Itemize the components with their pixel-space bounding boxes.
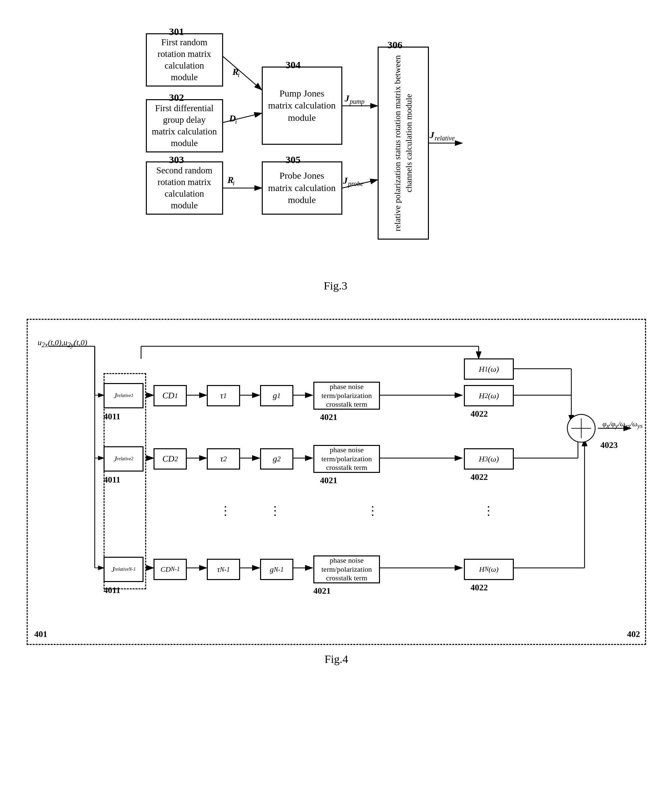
module-306: relative polarization status rotation ma… [378, 47, 429, 240]
svg-text:i: i [238, 71, 240, 78]
svg-text:probe: probe [347, 180, 363, 188]
label-4021a: 4021 [320, 412, 337, 422]
label-401: 401 [34, 629, 47, 639]
label-4022c: 4022 [470, 583, 488, 593]
label-302: 302 [169, 92, 184, 103]
module-305: Probe Jones matrix calculation module [262, 161, 342, 215]
svg-point-51 [567, 414, 595, 442]
fig4-container: ⋮ ⋮ ⋮ ⋮ u2x(t,0),u2y(t,0) [27, 319, 646, 666]
label-4023: 4023 [600, 440, 618, 450]
fig4-tau2: τ2 [207, 448, 240, 470]
svg-text:⋮: ⋮ [367, 504, 379, 518]
fig4-pnN1: phase noise term/polarization crosstalk … [313, 555, 380, 583]
svg-text:i: i [233, 179, 235, 187]
label-304: 304 [286, 59, 301, 71]
fig4-h2: H2(ω) [464, 385, 514, 406]
label-4021b: 4021 [320, 476, 337, 486]
label-4011a: 4011 [104, 412, 121, 421]
fig4-jrelative2: Jrelative2 [104, 446, 143, 472]
module-302: First differential group delay matrix ca… [146, 99, 223, 153]
module-303: Second random rotation matrix calculatio… [146, 161, 223, 215]
fig4-g2: g2 [260, 448, 293, 470]
fig4-gN1: gN-1 [260, 559, 293, 580]
label-4022b: 4022 [470, 472, 488, 482]
svg-text:R: R [227, 175, 234, 185]
label-4011c: 4011 [104, 585, 121, 595]
svg-text:pump: pump [349, 98, 364, 105]
label-305: 305 [286, 154, 301, 165]
fig4-cd1: CD1 [153, 385, 187, 406]
svg-line-1 [223, 56, 262, 90]
label-4021c: 4021 [313, 586, 331, 596]
fig3-diagram: R i D i R i J pump J probe [136, 20, 535, 273]
fig4-caption: Fig.4 [27, 653, 646, 666]
fig4-tauN1: τN-1 [207, 559, 240, 580]
label-4022a: 4022 [470, 409, 488, 419]
fig4-output-label: φx/φy/ωxs/ωys [603, 420, 643, 430]
fig4-jrelative1: Jrelative1 [104, 383, 143, 408]
module-301: First random rotation matrix calculation… [146, 33, 223, 87]
fig4-cdN1: CDN-1 [153, 559, 187, 580]
fig4-h1: H1(ω) [464, 358, 514, 380]
svg-text:⋮: ⋮ [482, 504, 494, 518]
svg-text:⋮: ⋮ [220, 504, 232, 518]
fig4-h3: H3(ω) [464, 448, 514, 470]
fig4-g1: g1 [260, 385, 293, 406]
svg-text:J: J [344, 93, 350, 104]
fig4-input-label: u2x(t,0),u2y(t,0) [37, 338, 87, 349]
svg-text:J: J [429, 130, 434, 140]
fig4-tau1: τ1 [207, 385, 240, 406]
fig4-jrelativeN1: JrelativeN-1 [104, 557, 143, 582]
fig4-pn2: phase noise term/polarization crosstalk … [313, 445, 380, 473]
label-301: 301 [169, 26, 184, 37]
svg-text:⋮: ⋮ [269, 504, 281, 518]
fig4-hN: HN(ω) [464, 559, 514, 580]
module-304: Pump Jones matrix calculation module [262, 66, 342, 145]
label-402: 402 [627, 629, 640, 639]
svg-text:R: R [232, 66, 239, 77]
page: R i D i R i J pump J probe [0, 0, 671, 812]
fig4-diagram: ⋮ ⋮ ⋮ ⋮ u2x(t,0),u2y(t,0) [27, 319, 646, 645]
fig3-caption: Fig.3 [136, 280, 535, 292]
svg-text:J: J [343, 175, 348, 186]
svg-line-4 [223, 113, 262, 122]
svg-text:D: D [229, 113, 236, 124]
label-306: 306 [388, 39, 403, 51]
svg-line-13 [342, 180, 378, 188]
label-4011b: 4011 [104, 475, 121, 485]
fig4-cd2: CD2 [153, 448, 187, 470]
fig3-container: R i D i R i J pump J probe [136, 20, 535, 292]
fig4-pn1: phase noise term/polarization crosstalk … [313, 382, 380, 409]
label-303: 303 [169, 154, 184, 165]
svg-text:relative: relative [434, 134, 455, 142]
svg-text:i: i [235, 118, 237, 125]
